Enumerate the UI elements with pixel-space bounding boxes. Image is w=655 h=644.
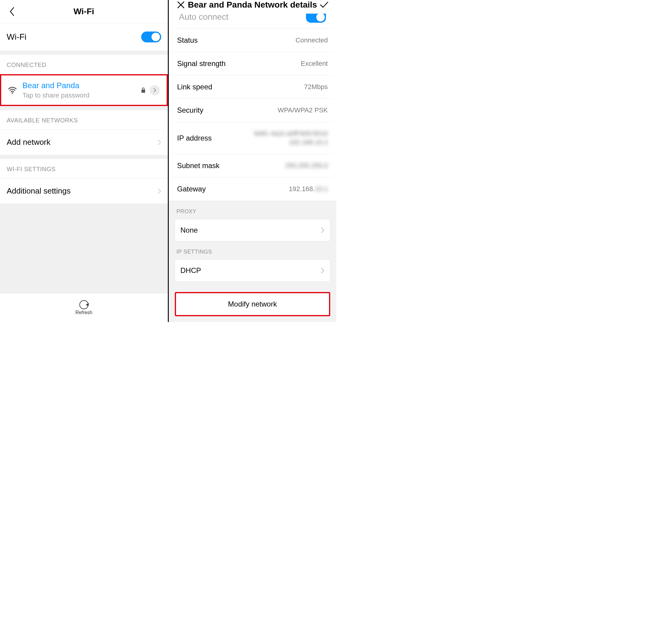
ip-settings-header: IP SETTINGS — [175, 242, 331, 259]
connected-section-header: CONNECTED — [0, 55, 168, 74]
status-row: Status Connected — [172, 29, 334, 52]
refresh-button[interactable]: Refresh — [0, 293, 168, 322]
page-title: Wi-Fi — [18, 7, 150, 16]
auto-connect-label: Auto connect — [179, 12, 228, 22]
modify-network-button[interactable]: Modify network — [175, 292, 331, 316]
proxy-header: PROXY — [175, 207, 331, 219]
back-button[interactable] — [6, 7, 18, 16]
svg-rect-1 — [141, 90, 145, 93]
security-row: Security WPA/WPA2 PSK — [172, 99, 334, 122]
signal-row: Signal strength Excellent — [172, 52, 334, 75]
wifi-toggle-row: Wi-Fi — [0, 23, 168, 51]
network-details-pane: Bear and Panda Network details Auto conn… — [168, 0, 337, 322]
proxy-select[interactable]: None — [175, 219, 331, 242]
proxy-section: PROXY None IP SETTINGS DHCP — [169, 201, 337, 291]
svg-point-0 — [12, 92, 13, 94]
wifi-signal-icon — [8, 87, 22, 94]
wifi-label: Wi-Fi — [7, 32, 26, 42]
ip-address-row: IP address fe80::4a2c:a0ff:fefd:5016 192… — [172, 122, 334, 154]
details-title: Bear and Panda Network details — [187, 0, 318, 10]
close-button[interactable] — [175, 1, 187, 9]
gateway-row: Gateway 192.168.10.1 — [172, 178, 334, 201]
network-name: Bear and Panda — [22, 81, 141, 90]
additional-settings-row[interactable]: Additional settings — [0, 178, 168, 204]
header-bar: Wi-Fi — [0, 0, 168, 23]
chevron-right-icon — [321, 227, 324, 233]
details-header-bar: Bear and Panda Network details — [169, 0, 337, 10]
chevron-right-icon — [158, 139, 161, 145]
add-network-label: Add network — [7, 138, 51, 147]
network-subtitle: Tap to share password — [22, 91, 141, 99]
available-section-header: AVAILABLE NETWORKS — [0, 110, 168, 130]
refresh-icon — [80, 300, 88, 309]
subnet-row: Subnet mask 255.255.255.0 — [172, 154, 334, 178]
lock-icon — [141, 88, 145, 93]
add-network-row[interactable]: Add network — [0, 130, 168, 155]
chevron-right-icon — [158, 188, 161, 194]
auto-connect-row: Auto connect — [172, 10, 334, 29]
auto-connect-toggle[interactable] — [306, 14, 326, 23]
wifi-settings-section-header: WI-FI SETTINGS — [0, 159, 168, 178]
link-speed-row: Link speed 72Mbps — [172, 75, 334, 99]
chevron-right-icon — [321, 268, 324, 274]
refresh-label: Refresh — [75, 310, 92, 315]
wifi-settings-pane: Wi-Fi Wi-Fi CONNECTED Bear and Panda Tap… — [0, 0, 168, 322]
network-details-button[interactable] — [150, 85, 160, 95]
additional-settings-label: Additional settings — [7, 186, 71, 196]
confirm-button[interactable] — [318, 1, 330, 8]
ip-settings-select[interactable]: DHCP — [175, 259, 331, 282]
wifi-toggle[interactable] — [141, 31, 161, 42]
connected-network-row[interactable]: Bear and Panda Tap to share password — [0, 74, 168, 106]
